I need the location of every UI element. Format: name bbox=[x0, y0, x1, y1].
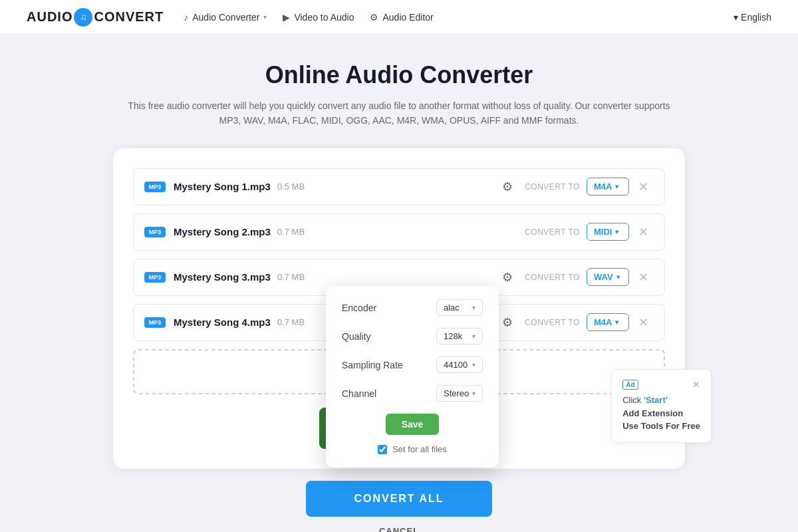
file-size: 0.5 MB bbox=[277, 182, 305, 192]
header: AUDIO ♫ CONVERT ♪ Audio Converter ▾ ▶ Vi… bbox=[0, 0, 798, 35]
file-name: Mystery Song 2.mp3 bbox=[174, 226, 271, 237]
settings-button[interactable]: ⚙ bbox=[497, 267, 518, 287]
save-button[interactable]: Save bbox=[386, 414, 440, 435]
file-format-badge: MP3 bbox=[144, 182, 166, 192]
file-name: Mystery Song 3.mp3 bbox=[174, 271, 271, 283]
language-label: English bbox=[741, 12, 771, 23]
format-select-button[interactable]: M4A ▾ bbox=[587, 178, 629, 196]
format-value: WAV bbox=[594, 272, 613, 282]
page-subtitle: This free audio converter will help you … bbox=[120, 98, 678, 128]
file-row: MP3 Mystery Song 1.mp3 0.5 MB ⚙ CONVERT … bbox=[133, 168, 665, 205]
chevron-down-icon: ▾ bbox=[615, 319, 618, 326]
nav-video-to-audio-label: Video to Audio bbox=[294, 12, 354, 23]
channel-row: Channel Stereo ▾ bbox=[342, 385, 483, 402]
format-value: MIDI bbox=[594, 227, 612, 237]
chevron-down-icon: ▾ bbox=[472, 390, 475, 397]
set-for-all-checkbox[interactable] bbox=[378, 445, 387, 454]
ad-top-row: Ad ✕ bbox=[622, 379, 700, 390]
main-content: Online Audio Converter This free audio c… bbox=[0, 35, 798, 532]
channel-label: Channel bbox=[342, 388, 376, 399]
encoder-label: Encoder bbox=[342, 303, 376, 313]
file-size: 0.7 MB bbox=[277, 272, 305, 282]
chevron-down-icon: ▾ bbox=[733, 12, 738, 23]
nav-audio-converter-label: Audio Converter bbox=[192, 12, 259, 23]
encoder-row: Encoder alac ▾ bbox=[342, 299, 483, 316]
sampling-rate-label: Sampling Rate bbox=[342, 360, 403, 370]
channel-select[interactable]: Stereo ▾ bbox=[436, 385, 483, 402]
set-for-all-label: Set for all files bbox=[392, 444, 447, 454]
ad-start-link[interactable]: 'Start' bbox=[644, 395, 668, 405]
cancel-button[interactable]: CANCEL bbox=[371, 523, 427, 532]
convert-to-label: CONVERT TO bbox=[525, 227, 580, 237]
nav-item-video-to-audio[interactable]: ▶ Video to Audio bbox=[283, 12, 354, 23]
convert-to-label: CONVERT TO bbox=[525, 182, 580, 192]
logo-convert-text: CONVERT bbox=[94, 9, 164, 25]
chevron-down-icon: ▾ bbox=[615, 228, 618, 235]
sampling-rate-value: 44100 bbox=[444, 360, 467, 370]
video-icon: ▶ bbox=[283, 12, 290, 23]
convert-all-button[interactable]: CONVERT ALL bbox=[306, 481, 492, 517]
encoder-select[interactable]: alac ▾ bbox=[436, 299, 483, 316]
format-select-button[interactable]: MIDI ▾ bbox=[587, 223, 629, 241]
nav-audio-editor-label: Audio Editor bbox=[382, 12, 433, 23]
sampling-rate-select[interactable]: 44100 ▾ bbox=[436, 356, 483, 373]
format-value: M4A bbox=[594, 317, 612, 327]
logo-audio-text: AUDIO bbox=[27, 9, 72, 25]
convert-to-label: CONVERT TO bbox=[525, 318, 580, 327]
file-name: Mystery Song 1.mp3 bbox=[174, 181, 271, 192]
file-format-badge: MP3 bbox=[144, 317, 166, 328]
remove-file-button[interactable]: ✕ bbox=[633, 313, 654, 332]
encoder-value: alac bbox=[444, 303, 460, 313]
chevron-down-icon: ▾ bbox=[472, 361, 475, 368]
music-note-icon: ♪ bbox=[184, 12, 188, 23]
format-select-button[interactable]: M4A ▾ bbox=[587, 313, 629, 331]
chevron-down-icon: ▾ bbox=[472, 304, 475, 311]
logo-icon: ♫ bbox=[74, 8, 92, 27]
ad-click-text: Click bbox=[622, 395, 641, 405]
remove-file-button[interactable]: ✕ bbox=[633, 177, 654, 197]
convert-to-label: CONVERT TO bbox=[525, 273, 580, 282]
bottom-actions: CONVERT ALL CANCEL bbox=[113, 481, 685, 532]
ad-line2: Add Extension bbox=[622, 408, 683, 418]
remove-file-button[interactable]: ✕ bbox=[633, 267, 654, 287]
file-size: 0.7 MB bbox=[277, 227, 305, 237]
quality-label: Quality bbox=[342, 331, 371, 342]
quality-value: 128k bbox=[444, 331, 462, 341]
quality-select[interactable]: 128k ▾ bbox=[436, 328, 483, 344]
file-format-badge: MP3 bbox=[144, 272, 166, 283]
logo: AUDIO ♫ CONVERT bbox=[27, 8, 164, 27]
chevron-down-icon: ▾ bbox=[472, 332, 475, 340]
file-size: 0.7 MB bbox=[277, 317, 305, 327]
nav-item-audio-editor[interactable]: ⚙ Audio Editor bbox=[370, 12, 433, 23]
language-selector[interactable]: ▾ English bbox=[733, 12, 771, 23]
main-nav: ♪ Audio Converter ▾ ▶ Video to Audio ⚙ A… bbox=[184, 12, 733, 23]
settings-popup: Encoder alac ▾ Quality 128k ▾ Sampling R… bbox=[326, 286, 499, 467]
page-title: Online Audio Converter bbox=[53, 61, 745, 89]
format-select-button[interactable]: WAV ▾ bbox=[587, 268, 629, 286]
file-name: Mystery Song 4.mp3 bbox=[174, 317, 271, 328]
channel-value: Stereo bbox=[444, 388, 469, 398]
chevron-down-icon: ▾ bbox=[616, 273, 620, 281]
remove-file-button[interactable]: ✕ bbox=[633, 222, 654, 242]
quality-row: Quality 128k ▾ bbox=[342, 328, 483, 344]
format-value: M4A bbox=[594, 182, 612, 192]
set-for-all-row: Set for all files bbox=[342, 444, 483, 454]
file-format-badge: MP3 bbox=[144, 227, 166, 237]
nav-item-audio-converter[interactable]: ♪ Audio Converter ▾ bbox=[184, 12, 267, 23]
chevron-down-icon: ▾ bbox=[263, 13, 267, 21]
ad-line3: Use Tools For Free bbox=[622, 421, 700, 431]
sliders-icon: ⚙ bbox=[370, 12, 378, 23]
sampling-rate-row: Sampling Rate 44100 ▾ bbox=[342, 356, 483, 373]
file-row: MP3 Mystery Song 2.mp3 0.7 MB CONVERT TO… bbox=[133, 213, 665, 251]
settings-button[interactable]: ⚙ bbox=[497, 177, 518, 197]
settings-button[interactable]: ⚙ bbox=[497, 313, 518, 332]
ad-text: Click 'Start' Add Extension Use Tools Fo… bbox=[622, 394, 700, 433]
ad-badge: Ad bbox=[622, 380, 638, 390]
ad-banner: Ad ✕ Click 'Start' Add Extension Use Too… bbox=[611, 369, 712, 443]
close-icon[interactable]: ✕ bbox=[692, 379, 700, 390]
chevron-down-icon: ▾ bbox=[615, 183, 618, 190]
